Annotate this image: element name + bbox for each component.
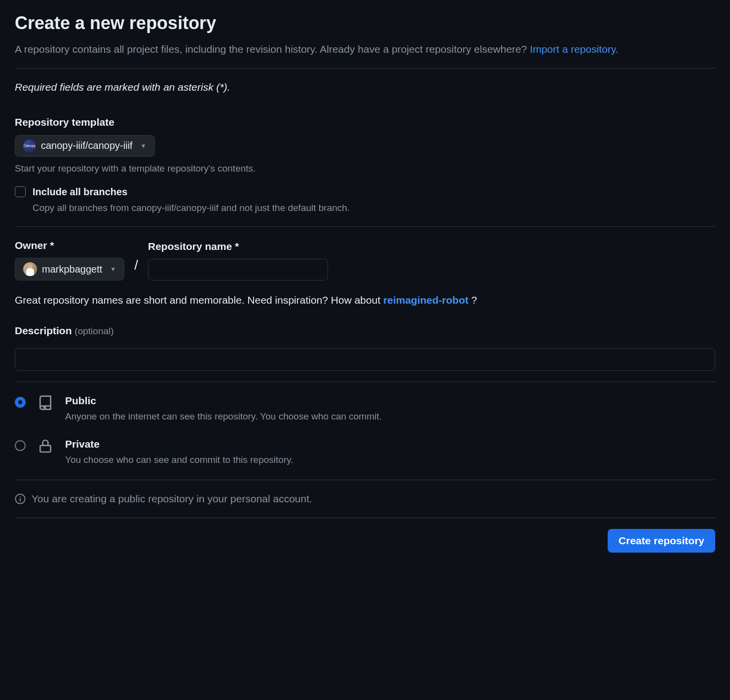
divider [15,518,715,518]
include-all-branches-checkbox[interactable] [15,186,26,197]
inspiration-suffix: ? [472,294,477,306]
divider [15,382,715,382]
owner-select[interactable]: markpbaggett ▼ [15,258,124,280]
repo-icon [37,395,53,411]
divider [15,226,715,227]
description-label: Description (optional) [15,323,715,339]
repo-name-input[interactable] [148,259,328,280]
include-branches-title: Include all branches [33,184,350,199]
public-title: Public [65,393,382,409]
template-label: Repository template [15,114,715,130]
description-label-text: Description [15,325,74,336]
private-title: Private [65,436,293,452]
description-input[interactable] [15,348,715,371]
template-org-avatar: Canopy [23,140,36,152]
info-icon [15,493,26,504]
page-subtitle: A repository contains all project files,… [15,41,715,57]
info-message: You are creating a public repository in … [32,491,312,507]
owner-selected-value: markpbaggett [42,264,102,275]
divider [15,480,715,480]
caret-down-icon: ▼ [141,142,146,149]
import-repository-link[interactable]: Import a repository. [530,43,618,55]
svg-rect-0 [40,446,50,452]
page-title: Create a new repository [15,10,715,36]
include-branches-desc: Copy all branches from canopy-iiif/canop… [33,201,350,215]
template-select[interactable]: Canopy canopy-iiif/canopy-iiif ▼ [15,135,155,157]
template-selected-value: canopy-iiif/canopy-iiif [41,140,133,151]
repo-name-label: Repository name * [148,239,328,254]
lock-icon [37,438,53,454]
public-desc: Anyone on the internet can see this repo… [65,410,382,424]
caret-down-icon: ▼ [110,266,116,273]
subtitle-text: A repository contains all project files,… [15,43,530,55]
visibility-private-radio[interactable] [15,440,26,451]
inspiration-prefix: Great repository names are short and mem… [15,294,383,306]
private-desc: You choose who can see and commit to thi… [65,453,293,467]
inspiration-text: Great repository names are short and mem… [15,292,715,308]
create-repository-button[interactable]: Create repository [608,529,715,553]
visibility-public-radio[interactable] [15,397,26,408]
inspiration-suggestion-link[interactable]: reimagined-robot [383,294,469,306]
required-fields-note: Required fields are marked with an aster… [15,79,715,95]
description-optional-tag: (optional) [74,326,113,336]
divider [15,68,715,69]
template-hint: Start your repository with a template re… [15,162,715,176]
owner-avatar [23,262,37,276]
svg-point-2 [20,496,21,497]
owner-label: Owner * [15,238,124,253]
owner-slash-separator: / [134,255,138,280]
